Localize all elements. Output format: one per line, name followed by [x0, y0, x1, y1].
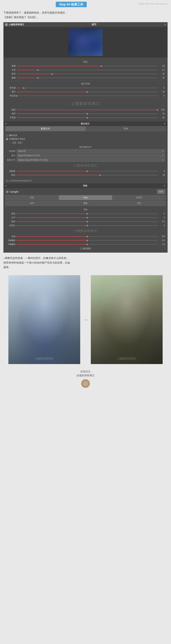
slider-track-detail[interactable]: [17, 72, 158, 75]
slider-track-amount[interactable]: [17, 64, 158, 68]
dropdown-maker-arrow: ▼: [162, 150, 164, 152]
slider-row-smoothness: 平滑度 50: [6, 116, 165, 119]
dropdown-profile[interactable]: Adobe (Sony FE 55mm F1.8 ZA) ▼: [17, 158, 165, 162]
dropdown-maker[interactable]: Sony FE ▼: [17, 149, 165, 153]
tab-profile[interactable]: 配置文件: [5, 126, 86, 131]
dropdown-model[interactable]: Sony FE 55mm F1.8 ZA ▼: [17, 154, 165, 158]
slider-label-xoffset: X轴偏移: [6, 239, 16, 242]
watermark-overlay-detail: @摄影师韩博文: [6, 100, 165, 107]
preview-image: [68, 28, 102, 56]
slider-label-vertical: 垂直: [6, 212, 16, 215]
btn-full[interactable]: 完全: [112, 201, 166, 206]
photo-after-watermark: @摄影师韩博文: [117, 357, 136, 361]
slider-track-color-detail[interactable]: [17, 112, 158, 115]
upright-text: Upright: [10, 190, 18, 193]
slider-value-vertical: 0: [159, 212, 165, 215]
footer: 欢迎关注 @摄影师韩博文: [0, 366, 171, 392]
btn-guided[interactable]: 引导式: [112, 195, 166, 200]
slider-row-yoffset: Y轴偏移 0.0: [6, 243, 165, 246]
slider-row-luminance: 明亮度 5: [6, 86, 165, 90]
slider-label-contrast: 对比度: [6, 94, 16, 97]
slider-track-mask[interactable]: [17, 76, 158, 79]
slider-label-luminance: 明亮度: [6, 86, 16, 90]
slider-track-xoffset[interactable]: [16, 239, 158, 242]
update-button[interactable]: 更新: [157, 190, 165, 194]
slider-track-rotate[interactable]: [16, 220, 158, 223]
slider-track-smoothness[interactable]: [17, 116, 158, 119]
intro-line1: 下面就很简单了，做基础的锐化，还有勾选校正的项目，: [4, 11, 68, 14]
slider-label-vignette: 暗角: [6, 174, 16, 176]
upright-label: ⊞ Upright: [6, 190, 18, 194]
step-header: 想修片?社区 www.mode-tube.com Step 04 收尾工作: [4, 2, 168, 7]
transform-buttons-row1: 关闭 自动 引导式: [5, 195, 166, 200]
info-icon: i: [6, 180, 8, 182]
slider-row-distortion: 扭曲度 0: [6, 170, 165, 172]
slider-row-mask: 蒙版 15: [6, 76, 165, 79]
checkbox-remove[interactable]: [6, 134, 8, 136]
transform-sliders: 变换 垂直 0 水平 0: [4, 206, 168, 252]
field-setup-value: 自定 :: [18, 141, 23, 144]
detail-panel-title: 细节: [92, 23, 96, 26]
slider-value-color: 100: [159, 108, 165, 111]
footer-avatar: [81, 379, 90, 388]
checkbox-remove-label: 删除色差: [9, 134, 17, 137]
checkbox-enable-row: 启用配置文件校正: [6, 138, 165, 140]
slider-track-yoffset[interactable]: [16, 243, 158, 246]
info-row: i 已应用内置的镜头配置文件。: [4, 178, 168, 183]
photo-after: @摄影师韩博文: [91, 275, 162, 364]
footer-name: @摄影师韩博文: [0, 374, 171, 377]
slider-label-color-detail: 细节: [6, 112, 16, 115]
panel-title: @摄影师韩博文: [9, 23, 24, 26]
slider-label-horiz: 水平: [6, 216, 16, 219]
slider-track-color[interactable]: [17, 108, 158, 111]
slider-value-xoffset: 0.0: [159, 239, 165, 242]
slider-track-vertical[interactable]: [16, 212, 158, 215]
slider-row-lum-detail: 细节 50: [6, 90, 165, 93]
step-title: Step 04 收尾工作: [56, 2, 87, 7]
intro-text: 下面就很简单了，做基础的锐化，还有勾选校正的项目， 【变换】项目我选了【自动】。: [4, 10, 168, 20]
slider-label-mask: 蒙版: [6, 76, 16, 79]
bottom-text: ↓调整完这些选项，一看对比照片，好像没有什么卯区别， 然而有些时候就是一个很小的…: [0, 252, 171, 272]
intro-line2: 【变换】项目我选了【自动】。: [4, 16, 39, 19]
slider-value-aspect: 0: [159, 224, 165, 227]
watermark-lens: @摄影师韩博文: [74, 164, 98, 168]
slider-label-detail: 细节: [6, 72, 16, 75]
slider-value-yoffset: 0.0: [159, 243, 165, 246]
slider-row-vignette: 暗角 59: [6, 174, 165, 176]
slider-track-aspect[interactable]: [16, 224, 158, 227]
slider-value-color-detail: 50: [159, 112, 165, 115]
slider-label-yoffset: Y轴偏移: [6, 243, 16, 246]
lock-checkbox[interactable]: [80, 248, 82, 250]
dropdown-maker-label: 制造商: [6, 150, 16, 153]
slider-track-lum-detail[interactable]: [17, 90, 158, 93]
slider-track-vignette[interactable]: [16, 174, 158, 176]
slider-track-horiz[interactable]: [16, 216, 158, 219]
slider-row-color: 颜色 100: [6, 108, 165, 111]
checkbox-enable[interactable]: [6, 138, 8, 140]
btn-close[interactable]: 关闭: [5, 195, 58, 200]
slider-track-radius[interactable]: [17, 68, 158, 72]
transform-header-icon: ■: [5, 184, 6, 187]
detail-panel-arrow: ▼: [164, 24, 166, 26]
dropdown-profile-arrow: ▼: [162, 159, 164, 161]
detail-panel: ⊞ @摄影师韩博文 细节 ▼ 锐化 数量 80 半径: [4, 22, 168, 252]
photo-before-watermark: @摄影师韩博文: [35, 357, 54, 361]
slider-row-rotate: 旋转 0.0: [6, 220, 165, 223]
slider-track-luminance[interactable]: [17, 86, 158, 90]
tab-manual[interactable]: 手动: [86, 126, 166, 131]
slider-track-scale[interactable]: [16, 235, 158, 238]
noise-label: 减少杂色: [6, 82, 165, 85]
dropdown-maker-value: Sony FE: [18, 150, 26, 152]
dropdown-model-arrow: ▼: [162, 155, 164, 156]
btn-auto[interactable]: 自动: [59, 195, 112, 200]
slider-value-rotate: 0.0: [159, 220, 165, 223]
transform-header: ■ 变换 ▼: [4, 184, 168, 188]
slider-track-distortion[interactable]: [16, 170, 158, 172]
dropdown-maker-row: 制造商 Sony FE ▼: [6, 149, 165, 153]
lock-label: 锁定裁剪: [83, 247, 91, 250]
slider-track-contrast[interactable]: [17, 94, 158, 97]
btn-vertical[interactable]: 垂直: [59, 201, 112, 206]
btn-horizontal[interactable]: 水平: [5, 201, 58, 206]
slider-value-detail: 25: [159, 73, 165, 75]
watermark-overlay-lens: @摄影师韩博文: [6, 162, 165, 169]
